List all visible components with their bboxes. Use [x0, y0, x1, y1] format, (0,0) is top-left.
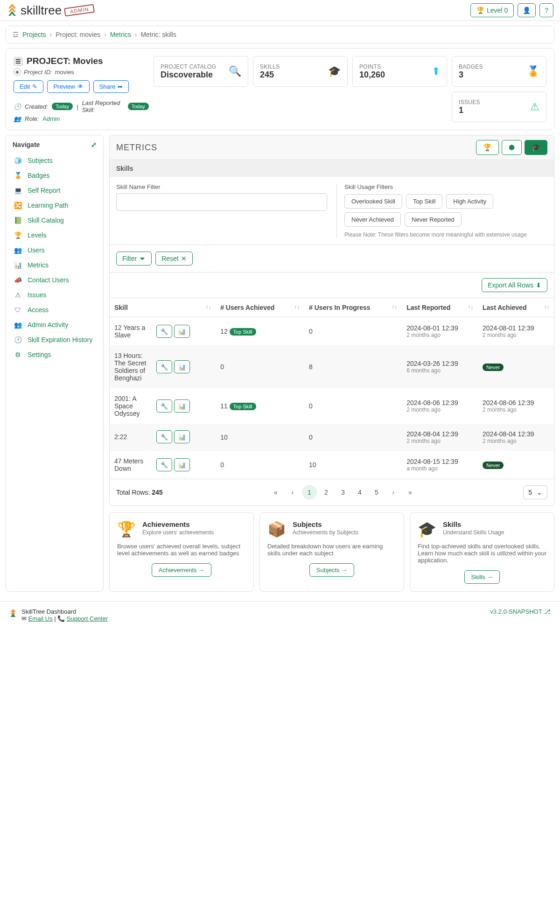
level-button[interactable]: 🏆 Level 0: [470, 3, 514, 17]
share-button[interactable]: Share ➦: [93, 80, 129, 93]
skill-name-filter-input[interactable]: [116, 193, 327, 211]
breadcrumb-metrics[interactable]: Metrics: [110, 31, 131, 38]
nav-label: Skill Catalog: [28, 217, 64, 224]
col-achieved[interactable]: # Users Achieved↑↓: [216, 298, 304, 317]
chart-button[interactable]: 📊: [174, 430, 190, 443]
tab-skills[interactable]: 🎓: [525, 140, 547, 155]
admin-badge: ADMIN: [64, 4, 95, 17]
sidebar-item-users[interactable]: 👥Users: [6, 243, 103, 258]
last-achieved: Never: [478, 345, 554, 388]
nav-icon: 💻: [14, 187, 22, 194]
nav-label: Users: [28, 246, 45, 254]
breadcrumb-projects[interactable]: Projects: [22, 31, 46, 38]
wrench-button[interactable]: 🔧: [156, 360, 172, 373]
tab-achievements[interactable]: 🏆: [476, 140, 499, 155]
nav-label: Self Report: [28, 187, 60, 194]
filter-chip[interactable]: High Activity: [446, 194, 493, 209]
user-icon-button[interactable]: 👤: [518, 3, 536, 17]
sidebar-item-admin-activity[interactable]: 👥Admin Activity: [6, 317, 103, 332]
page-2[interactable]: 2: [319, 485, 334, 500]
card-body: Find top-achieved skills and overlooked …: [418, 543, 546, 564]
stat-label: BADGES: [459, 63, 483, 70]
col-reported[interactable]: Last Reported↑↓: [402, 298, 478, 317]
table-row: 2001: A Space Odyssey🔧📊11 Top Skill02024…: [110, 388, 554, 424]
created-badge: Today: [52, 103, 73, 110]
filter-chip[interactable]: Top Skill: [406, 194, 442, 209]
skill-name: 13 Hours: The Secret Soldiers of Benghaz…: [114, 352, 152, 382]
nav-label: Settings: [28, 351, 51, 358]
card-title: Skills: [443, 520, 504, 528]
page-next[interactable]: ›: [386, 485, 401, 500]
page-1[interactable]: 1: [302, 485, 317, 500]
help-icon-button[interactable]: ?: [539, 3, 553, 17]
stat-catalog: PROJECT CATALOGDiscoverable 🔍: [154, 56, 248, 87]
sidebar-item-learning-path[interactable]: 🔀Learning Path: [6, 198, 103, 213]
users-in-progress: 0: [304, 317, 402, 346]
sidebar-item-skill-expiration-history[interactable]: 🕐Skill Expiration History: [6, 332, 103, 347]
page-prev[interactable]: ‹: [285, 485, 300, 500]
page-last[interactable]: »: [403, 485, 418, 500]
wrench-button[interactable]: 🔧: [156, 430, 172, 443]
col-last-achieved[interactable]: Last Achieved↑↓: [478, 298, 554, 317]
last-achieved: Never: [478, 451, 554, 479]
edit-button[interactable]: Edit ✎: [14, 80, 43, 93]
sidebar-item-access[interactable]: 🛡Access: [6, 302, 103, 317]
sidebar-item-settings[interactable]: ⚙Settings: [6, 347, 103, 362]
last-achieved: 2024-08-04 12:392 months ago: [478, 424, 554, 451]
project-title-text: PROJECT: Movies: [27, 56, 103, 66]
card-button[interactable]: Skills →: [464, 570, 500, 584]
last-reported: 2024-08-15 12:39a month ago: [402, 451, 478, 479]
chart-button[interactable]: 📊: [174, 458, 190, 471]
tab-subjects[interactable]: ⬢: [502, 140, 522, 155]
users-in-progress: 0: [304, 388, 402, 424]
filter-chip[interactable]: Never Achieved: [344, 212, 401, 227]
total-rows-value: 245: [152, 489, 162, 496]
sidebar-item-badges[interactable]: 🏅Badges: [6, 168, 103, 183]
wrench-button[interactable]: 🔧: [156, 458, 172, 471]
users-achieved: 12 Top Skill: [216, 317, 304, 346]
page-first[interactable]: «: [268, 485, 283, 500]
sidebar-item-contact-users[interactable]: 📣Contact Users: [6, 273, 103, 287]
wrench-button[interactable]: 🔧: [156, 325, 172, 338]
sidebar-item-self-report[interactable]: 💻Self Report: [6, 183, 103, 198]
filter-button[interactable]: Filter ⏷: [116, 252, 152, 266]
stat-issues: ISSUES1 ⚠: [452, 91, 546, 122]
email-link[interactable]: Email Us: [28, 615, 53, 622]
created-label: Created:: [25, 103, 48, 110]
chart-button[interactable]: 📊: [174, 399, 190, 413]
export-button[interactable]: Export All Rows ⬇: [482, 278, 547, 292]
last-achieved: 2024-08-01 12:392 months ago: [478, 317, 554, 346]
page-3[interactable]: 3: [336, 485, 350, 500]
sidebar-item-metrics[interactable]: 📊Metrics: [6, 258, 103, 273]
warning-icon: ⚠: [530, 101, 539, 113]
wrench-button[interactable]: 🔧: [156, 399, 172, 413]
col-progress[interactable]: # Users In Progress↑↓: [304, 298, 402, 317]
col-skill[interactable]: Skill↑↓: [110, 298, 216, 317]
sidebar-item-skill-catalog[interactable]: 📗Skill Catalog: [6, 213, 103, 228]
page-5[interactable]: 5: [369, 485, 384, 500]
filter-chip[interactable]: Overlooked Skill: [344, 194, 402, 209]
stat-value: 10,260: [359, 70, 385, 80]
sidebar-item-issues[interactable]: ⚠Issues: [6, 287, 103, 302]
card-button[interactable]: Achievements →: [152, 563, 211, 577]
chart-button[interactable]: 📊: [174, 325, 190, 338]
page-4[interactable]: 4: [352, 485, 367, 500]
sidebar-item-levels[interactable]: 🏆Levels: [6, 228, 103, 243]
sidebar-item-subjects[interactable]: 🧊Subjects: [6, 153, 103, 168]
nav-label: Learning Path: [28, 202, 68, 209]
breadcrumb-project: Project: movies: [56, 31, 100, 38]
reset-button[interactable]: Reset ✕: [155, 252, 193, 266]
card-button[interactable]: Subjects →: [309, 563, 354, 577]
stat-label: POINTS: [359, 63, 385, 70]
page-size-select[interactable]: 5⌄: [523, 485, 547, 499]
preview-button[interactable]: Preview 👁: [47, 80, 89, 93]
filter-chip[interactable]: Never Reported: [405, 212, 462, 227]
last-achieved: 2024-08-06 12:392 months ago: [478, 388, 554, 424]
card-subtitle: Achievements by Subjects: [293, 529, 358, 536]
expand-icon[interactable]: ⤢: [91, 141, 97, 148]
user-icon: 👥: [14, 115, 21, 122]
stat-value: 245: [260, 70, 280, 80]
users-in-progress: 8: [304, 345, 402, 388]
support-link[interactable]: Support Center: [67, 615, 108, 622]
chart-button[interactable]: 📊: [174, 360, 190, 373]
